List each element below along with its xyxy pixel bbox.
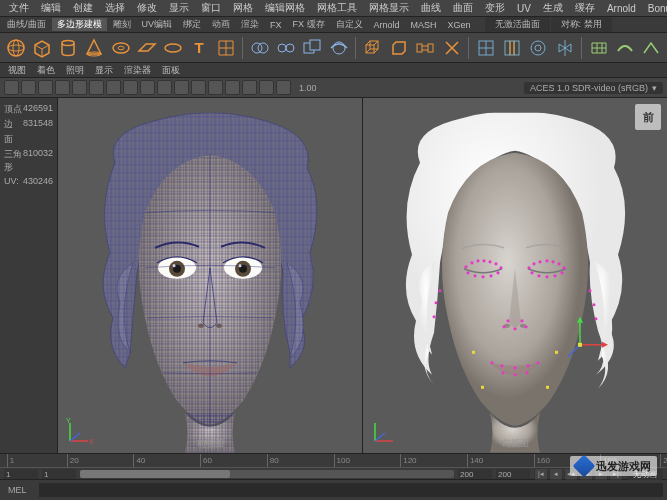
shelf-livesurface-dropdown[interactable]: 无激活曲面 <box>485 17 550 32</box>
shelf-quaddraw-icon[interactable] <box>587 36 610 60</box>
shelf-tab-xgen[interactable]: XGen <box>443 20 476 30</box>
shelf-bevel-icon[interactable] <box>387 36 410 60</box>
shelf-tab-fxcache[interactable]: FX 缓存 <box>288 18 330 31</box>
range-slider[interactable] <box>80 470 454 478</box>
menu-meshdisplay[interactable]: 网格显示 <box>364 0 414 16</box>
stat-tris-value: 810032 <box>23 148 53 174</box>
shelf-merge-icon[interactable] <box>440 36 463 60</box>
menu-editmesh[interactable]: 编辑网格 <box>260 0 310 16</box>
menu-file[interactable]: 文件 <box>4 0 34 16</box>
vp-btn-image[interactable] <box>55 80 70 95</box>
shelf-symmetry-dropdown[interactable]: 对称: 禁用 <box>551 17 612 32</box>
panelmenu-shading[interactable]: 着色 <box>33 64 59 77</box>
shelf-tab-uv[interactable]: UV编辑 <box>137 18 178 31</box>
vp-btn-shaded[interactable] <box>106 80 121 95</box>
shelf-tab-mash[interactable]: MASH <box>406 20 442 30</box>
viewport-left[interactable]: XY 前视图 <box>58 98 363 453</box>
shelf-booleans-icon[interactable] <box>301 36 324 60</box>
shelf-insertloop-icon[interactable] <box>500 36 523 60</box>
time-slider[interactable]: 1 20 40 60 80 100 120 140 160 180 200 |◂… <box>0 453 667 479</box>
shelf-polytorus-icon[interactable] <box>109 36 132 60</box>
shelf-smooth-icon[interactable] <box>327 36 350 60</box>
vp-btn-grid[interactable] <box>72 80 87 95</box>
range-start-play[interactable] <box>42 469 76 479</box>
shelf-tab-arnold[interactable]: Arnold <box>369 20 405 30</box>
panelmenu-show[interactable]: 显示 <box>91 64 117 77</box>
vp-btn-xray[interactable] <box>191 80 206 95</box>
cmd-lang-label[interactable]: MEL <box>0 485 35 495</box>
menu-display[interactable]: 显示 <box>164 0 194 16</box>
vp-btn-bookmark[interactable] <box>38 80 53 95</box>
shelf-polycube-icon[interactable] <box>30 36 53 60</box>
menu-bonus[interactable]: Bonus Tools <box>643 2 667 15</box>
panelmenu-panels[interactable]: 面板 <box>158 64 184 77</box>
vp-btn-camera[interactable] <box>21 80 36 95</box>
shelf-crease-icon[interactable] <box>640 36 663 60</box>
menu-uv[interactable]: UV <box>512 2 536 15</box>
shelf-tab-custom[interactable]: 自定义 <box>331 18 368 31</box>
shelf-mirror-icon[interactable] <box>553 36 576 60</box>
shelf-extrude-icon[interactable] <box>361 36 384 60</box>
heads-up-display: 顶点426591 边831548 面 三角形810032 UV:430246 <box>0 98 58 453</box>
range-end-anim[interactable] <box>496 469 530 479</box>
shelf-combine-icon[interactable] <box>248 36 271 60</box>
shelf-svg-icon[interactable] <box>214 36 237 60</box>
shelf-circularize-icon[interactable] <box>527 36 550 60</box>
playback-start-icon[interactable]: |◂ <box>534 468 548 480</box>
shelf-polyplane-icon[interactable] <box>135 36 158 60</box>
menu-generate[interactable]: 生成 <box>538 0 568 16</box>
shelf-sculpt-icon[interactable] <box>613 36 636 60</box>
vp-btn-shadow[interactable] <box>157 80 172 95</box>
shelf-tab-fx[interactable]: FX <box>265 20 287 30</box>
range-start-anim[interactable] <box>4 469 38 479</box>
menu-meshtools[interactable]: 网格工具 <box>312 0 362 16</box>
menu-mesh[interactable]: 网格 <box>228 0 258 16</box>
shelf-tab-rig[interactable]: 绑定 <box>178 18 206 31</box>
shelf-polysphere-icon[interactable] <box>4 36 27 60</box>
shelf-tab-poly[interactable]: 多边形建模 <box>52 18 107 31</box>
shelf-tab-sculpt[interactable]: 雕刻 <box>108 18 136 31</box>
stat-uvs-value: 430246 <box>23 176 53 186</box>
vp-btn-aa[interactable] <box>242 80 257 95</box>
menu-surfaces[interactable]: 曲面 <box>448 0 478 16</box>
menu-edit[interactable]: 编辑 <box>36 0 66 16</box>
menu-deform[interactable]: 变形 <box>480 0 510 16</box>
shelf-polydisc-icon[interactable] <box>162 36 185 60</box>
vp-btn-light[interactable] <box>140 80 155 95</box>
shelf-separate-icon[interactable] <box>274 36 297 60</box>
shelf-polycylinder-icon[interactable] <box>57 36 80 60</box>
shelf-text-icon[interactable]: T <box>188 36 211 60</box>
panelmenu-lighting[interactable]: 照明 <box>62 64 88 77</box>
menu-curves[interactable]: 曲线 <box>416 0 446 16</box>
vp-btn-select[interactable] <box>4 80 19 95</box>
vp-btn-texture[interactable] <box>123 80 138 95</box>
playback-stepback-icon[interactable]: ◂ <box>549 468 563 480</box>
menu-arnold[interactable]: Arnold <box>602 2 641 15</box>
menu-select[interactable]: 选择 <box>100 0 130 16</box>
shelf-bridge-icon[interactable] <box>414 36 437 60</box>
menubar: 文件 编辑 创建 选择 修改 显示 窗口 网格 编辑网格 网格工具 网格显示 曲… <box>0 0 667 17</box>
vp-btn-ao[interactable] <box>208 80 223 95</box>
timeline-ticks[interactable]: 1 20 40 60 80 100 120 140 160 180 200 <box>0 454 667 468</box>
shelf-multicut-icon[interactable] <box>474 36 497 60</box>
menu-windows[interactable]: 窗口 <box>196 0 226 16</box>
range-handle[interactable] <box>80 470 230 478</box>
vp-btn-resolution[interactable] <box>259 80 274 95</box>
vp-btn-motionblur[interactable] <box>225 80 240 95</box>
panelmenu-view[interactable]: 视图 <box>4 64 30 77</box>
menu-create[interactable]: 创建 <box>68 0 98 16</box>
menu-cache[interactable]: 缓存 <box>570 0 600 16</box>
vp-btn-gate[interactable] <box>276 80 291 95</box>
shelf-tab-curves[interactable]: 曲线/曲面 <box>2 18 51 31</box>
vp-btn-isolate[interactable] <box>174 80 189 95</box>
shelf-tab-render[interactable]: 渲染 <box>236 18 264 31</box>
panelmenu-renderer[interactable]: 渲染器 <box>120 64 155 77</box>
cmd-input[interactable] <box>39 483 663 497</box>
vp-btn-wireframe[interactable] <box>89 80 104 95</box>
range-end-play[interactable] <box>458 469 492 479</box>
shelf-polycone-icon[interactable] <box>83 36 106 60</box>
shelf-tab-anim[interactable]: 动画 <box>207 18 235 31</box>
vp-colorspace-dropdown[interactable]: ACES 1.0 SDR-video (sRGB) ▾ <box>524 82 663 94</box>
viewport-right[interactable]: 前 <box>363 98 667 453</box>
menu-modify[interactable]: 修改 <box>132 0 162 16</box>
